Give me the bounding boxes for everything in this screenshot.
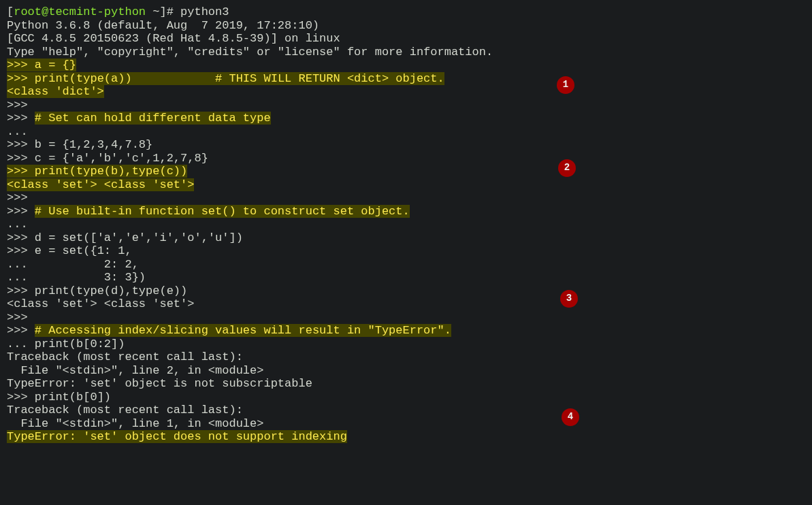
repl-output: <class 'set'> <class 'set'> (7, 178, 194, 191)
terminal-line: >>> (7, 191, 805, 205)
repl-prompt-cont: ... (7, 338, 35, 351)
terminal-line: >>> (7, 99, 805, 112)
repl-output: <class 'dict'> (7, 85, 104, 98)
repl-code: a = {} (35, 59, 76, 71)
terminal-line: >>> # Set can hold different data type (7, 112, 805, 125)
repl-prompt: >>> (7, 231, 35, 244)
terminal-line: Traceback (most recent call last): (7, 404, 805, 417)
terminal-line: ... 3: 3}) (7, 271, 805, 284)
repl-prompt: >>> (7, 165, 35, 178)
terminal-line: ... (7, 125, 805, 139)
repl-prompt: >>> (7, 72, 35, 85)
repl-comment: # THIS WILL RETURN <dict> object. (132, 72, 444, 85)
terminal-line: ... print(b[0:2]) (7, 338, 805, 351)
annotation-badge-4: 4 (562, 408, 579, 426)
terminal-line: >>> b = {1,2,3,4,7.8} (7, 138, 805, 152)
repl-comment: # Use built-in function set() to constru… (35, 205, 410, 218)
repl-prompt: >>> (7, 152, 35, 165)
repl-prompt: >>> (7, 205, 35, 218)
terminal-line: >>> print(type(b),type(c)) (7, 165, 805, 178)
repl-code: print(b[0:2]) (35, 338, 125, 351)
repl-error: TypeError: 'set' object does not support… (7, 430, 347, 443)
repl-code: print(type(b),type(c)) (35, 165, 187, 178)
repl-code: e = set({1: 1, (35, 244, 132, 257)
repl-code: b = {1,2,3,4,7.8} (35, 138, 152, 151)
annotation-badge-3: 3 (560, 290, 578, 308)
terminal-line: <class 'dict'> (7, 85, 805, 99)
repl-prompt-cont: ... (7, 271, 35, 284)
annotation-badge-2: 2 (558, 159, 576, 177)
repl-prompt: >>> (7, 244, 35, 257)
terminal-line: >>> # Use built-in function set() to con… (7, 205, 805, 218)
repl-code: d = set(['a','e','i','o','u']) (35, 231, 243, 244)
terminal-line: >>> (7, 311, 805, 325)
terminal-line: >>> # Accessing index/slicing values wil… (7, 324, 805, 338)
repl-prompt: >>> (7, 324, 35, 337)
terminal-line: File "<stdin>", line 2, in <module> (7, 364, 805, 378)
repl-code: c = {'a','b','c',1,2,7,8} (35, 152, 208, 165)
terminal-line: Python 3.6.8 (default, Aug 7 2019, 17:28… (7, 19, 805, 33)
annotation-badge-1: 1 (557, 76, 574, 94)
repl-prompt: >>> (7, 391, 35, 404)
terminal-line: Type "help", "copyright", "credits" or "… (7, 46, 805, 59)
terminal-line: TypeError: 'set' object is not subscript… (7, 377, 805, 391)
terminal-line: >>> a = {} (7, 59, 805, 72)
repl-code: print(type(d),type(e)) (35, 284, 187, 297)
repl-prompt: >>> (7, 138, 35, 151)
prompt-user: root@tecmint-python (14, 5, 146, 18)
repl-code: print(b[0]) (35, 391, 111, 404)
terminal-line-prompt: [root@tecmint-python ~]# python3 (7, 5, 805, 19)
repl-comment: # Accessing index/slicing values will re… (35, 324, 451, 337)
prompt-suffix: ]# (159, 5, 180, 18)
repl-code: 2: 2, (35, 258, 139, 271)
repl-prompt: >>> (7, 59, 35, 71)
terminal-line: >>> print(type(a)) # THIS WILL RETURN <d… (7, 72, 805, 86)
terminal-line: >>> print(b[0]) (7, 391, 805, 404)
terminal-line: >>> d = set(['a','e','i','o','u']) (7, 231, 805, 245)
terminal-line: ... (7, 218, 805, 231)
repl-prompt: >>> (7, 284, 35, 297)
terminal-line: File "<stdin>", line 1, in <module> (7, 417, 805, 431)
terminal-line: [GCC 4.8.5 20150623 (Red Hat 4.8.5-39)] … (7, 32, 805, 46)
terminal-line: TypeError: 'set' object does not support… (7, 430, 805, 444)
repl-code: 3: 3}) (35, 271, 146, 284)
terminal-line: >>> print(type(d),type(e)) (7, 284, 805, 298)
repl-prompt: >>> (7, 112, 35, 125)
repl-prompt-cont: ... (7, 258, 35, 271)
command: python3 (180, 5, 229, 18)
terminal-line: >>> c = {'a','b','c',1,2,7,8} (7, 152, 805, 165)
repl-comment: # Set can hold different data type (35, 112, 271, 125)
prompt-path: ~ (152, 5, 159, 18)
terminal-line: <class 'set'> <class 'set'> (7, 297, 805, 311)
terminal-line: <class 'set'> <class 'set'> (7, 178, 805, 192)
terminal-line: >>> e = set({1: 1, (7, 244, 805, 258)
terminal-line: Traceback (most recent call last): (7, 351, 805, 364)
terminal-line: ... 2: 2, (7, 258, 805, 272)
repl-code: print(type(a)) (35, 72, 132, 85)
